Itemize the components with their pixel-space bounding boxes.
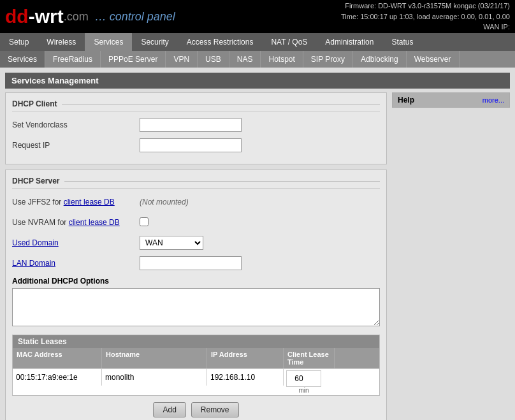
action-buttons: Add Remove xyxy=(12,396,380,420)
col-mac-header: MAC Address xyxy=(13,348,102,368)
use-nvram-row: Use NVRAM for client lease DB xyxy=(12,214,380,231)
lan-domain-input[interactable] xyxy=(140,256,242,270)
nav-top: SetupWirelessServicesSecurityAccess Rest… xyxy=(0,33,515,51)
nav-second-item-services[interactable]: Services xyxy=(0,51,45,68)
col-lease-header: Client Lease Time xyxy=(284,348,335,368)
dhcp-client-label: DHCP Client xyxy=(12,99,380,112)
use-nvram-checkbox[interactable] xyxy=(140,217,149,226)
dhcpd-options-section: Additional DHCPd Options xyxy=(12,277,380,328)
static-leases-table: Static Leases MAC Address Hostname IP Ad… xyxy=(12,335,380,396)
add-button[interactable]: Add xyxy=(153,402,185,417)
page-title: Services Management xyxy=(5,73,510,89)
dhcpd-options-label: Additional DHCPd Options xyxy=(12,277,380,286)
nav-top-item-access-restrictions[interactable]: Access Restrictions xyxy=(178,33,263,51)
nav-second: ServicesFreeRadiusPPPoE ServerVPNUSBNASH… xyxy=(0,51,515,68)
used-domain-select[interactable]: WAN LAN WAN and LAN Disable xyxy=(140,236,203,250)
nav-top-item-administration[interactable]: Administration xyxy=(316,33,382,51)
header-info: Firmware: DD-WRT v3.0-r31575M kongac (03… xyxy=(341,1,510,33)
request-ip-input-wrapper xyxy=(140,138,242,152)
use-jffs2-note: (Not mounted) xyxy=(140,198,189,206)
static-leases-title: Static Leases xyxy=(13,335,379,348)
dhcp-server-label: DHCP Server xyxy=(12,177,380,189)
firmware-info: Firmware: DD-WRT v3.0-r31575M kongac (03… xyxy=(341,1,510,11)
logo-dd: dd xyxy=(5,6,29,27)
nav-top-item-services[interactable]: Services xyxy=(85,33,132,51)
logo: dd -wrt .com … control panel xyxy=(5,6,175,27)
nav-top-item-security[interactable]: Security xyxy=(132,33,177,51)
nav-top-item-status[interactable]: Status xyxy=(382,33,422,51)
col-hostname-header: Hostname xyxy=(102,348,207,368)
request-ip-label: Request IP xyxy=(12,141,140,150)
set-vendorclass-input-wrapper xyxy=(140,118,242,132)
used-domain-input-wrapper: WAN LAN WAN and LAN Disable xyxy=(140,236,203,250)
dhcp-server-panel: DHCP Server Use JFFS2 for client lease D… xyxy=(5,170,387,420)
nav-second-item-webserver[interactable]: Webserver xyxy=(407,51,460,68)
set-vendorclass-input[interactable] xyxy=(140,118,242,132)
logo-dotcom: .com xyxy=(64,10,89,24)
more-link[interactable]: more... xyxy=(482,96,504,104)
request-ip-input[interactable] xyxy=(140,138,242,152)
main-content: Services Management DHCP Client Set Vend… xyxy=(0,68,515,420)
help-box: Help more... xyxy=(392,92,510,108)
mac-address-input[interactable] xyxy=(13,369,102,386)
nav-top-item-nat-/-qos[interactable]: NAT / QoS xyxy=(262,33,316,51)
set-vendorclass-label: Set Vendorclass xyxy=(12,120,140,129)
nav-top-item-wireless[interactable]: Wireless xyxy=(38,33,85,51)
hostname-input[interactable] xyxy=(102,369,207,386)
used-domain-row: Used Domain WAN LAN WAN and LAN Disable xyxy=(12,235,380,251)
logo-control-panel: … control panel xyxy=(95,10,175,24)
use-nvram-label: Use NVRAM for client lease DB xyxy=(12,218,140,227)
nav-second-item-freeradius[interactable]: FreeRadius xyxy=(45,51,101,68)
wan-ip: WAN IP: xyxy=(341,22,510,33)
use-jffs2-label: Use JFFS2 for client lease DB xyxy=(12,198,140,206)
lease-time-input[interactable] xyxy=(286,370,321,387)
col-ip-header: IP Address xyxy=(207,348,284,368)
used-domain-label: Used Domain xyxy=(12,238,140,247)
help-label: Help xyxy=(398,96,414,105)
nav-second-item-hotspot[interactable]: Hotspot xyxy=(261,51,303,68)
dhcpd-options-textarea[interactable] xyxy=(12,288,380,326)
table-row: min xyxy=(13,368,379,395)
time-info: Time: 15:00:17 up 1:03, load average: 0.… xyxy=(341,11,510,22)
nav-second-item-usb[interactable]: USB xyxy=(198,51,229,68)
help-box-header: Help more... xyxy=(393,93,509,107)
logo-wrt: -wrt xyxy=(29,6,64,27)
set-vendorclass-row: Set Vendorclass xyxy=(12,117,380,133)
header: dd -wrt .com … control panel Firmware: D… xyxy=(0,0,515,33)
ip-address-input[interactable] xyxy=(207,369,284,386)
nav-second-item-nas[interactable]: NAS xyxy=(229,51,261,68)
nav-second-item-vpn[interactable]: VPN xyxy=(166,51,198,68)
nav-top-item-setup[interactable]: Setup xyxy=(0,33,38,51)
lan-domain-label: LAN Domain xyxy=(12,259,140,268)
leases-header: MAC Address Hostname IP Address Client L… xyxy=(13,348,379,368)
use-nvram-input-wrapper xyxy=(140,217,149,228)
remove-button[interactable]: Remove xyxy=(191,402,239,417)
nav-second-item-adblocking[interactable]: Adblocking xyxy=(353,51,407,68)
dhcp-client-panel: DHCP Client Set Vendorclass Request IP xyxy=(5,92,387,164)
min-label: min xyxy=(298,387,308,394)
lan-domain-input-wrapper xyxy=(140,256,242,270)
use-jffs2-row: Use JFFS2 for client lease DB (Not mount… xyxy=(12,194,380,210)
lease-time-cell: min xyxy=(284,369,324,395)
nav-second-item-pppoe-server[interactable]: PPPoE Server xyxy=(101,51,166,68)
static-leases-section: Static Leases MAC Address Hostname IP Ad… xyxy=(12,335,380,396)
nav-second-item-sip-proxy[interactable]: SIP Proxy xyxy=(303,51,353,68)
lan-domain-row: LAN Domain xyxy=(12,255,380,272)
request-ip-row: Request IP xyxy=(12,137,380,154)
